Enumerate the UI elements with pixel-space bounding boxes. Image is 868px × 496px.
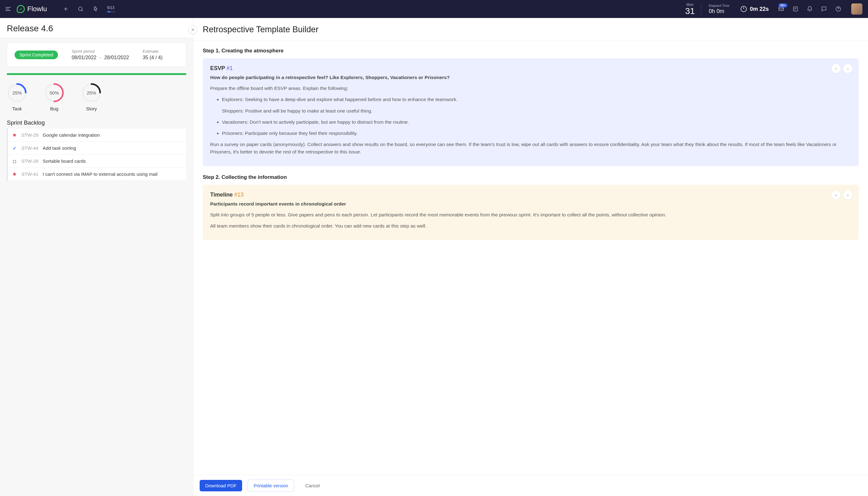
backlog-title: Add task sorting <box>43 145 76 151</box>
bookmark-icon: ◻ <box>12 159 17 164</box>
date-display: Mon 31 <box>685 2 695 16</box>
stopwatch-icon <box>741 6 747 12</box>
chat-icon[interactable] <box>821 6 827 12</box>
ring-pct: 50% <box>50 90 59 95</box>
notes-icon[interactable] <box>792 6 799 12</box>
cancel-button[interactable]: Cancel <box>300 480 326 491</box>
period-value: 08/01/2022–28/01/2022 <box>72 55 129 60</box>
backlog-title: I can't connect via IMAP to external acc… <box>43 171 157 177</box>
progress-label: 5/13 <box>107 5 116 10</box>
timer-value: 0m 22s <box>750 6 769 12</box>
card2-subtitle: Participants record important events in … <box>210 201 851 207</box>
help-icon[interactable] <box>835 6 841 12</box>
status-badge: Sprint Completed <box>15 50 58 59</box>
elapsed-value: 0h 0m <box>709 8 729 15</box>
ring-task: 25% <box>7 82 27 103</box>
ring-label: Task <box>12 106 22 111</box>
card2-p1: Split into groups of 5 people or less. G… <box>210 211 851 219</box>
elapsed-time: Elapsed Time 0h 0m <box>709 4 729 15</box>
prev-template-button[interactable]: ‹ <box>832 190 841 200</box>
svg-point-0 <box>78 7 82 11</box>
step2-title: Step 2. Collecting the information <box>203 174 859 181</box>
card2-hash: #13 <box>234 191 244 198</box>
ring-pct: 25% <box>87 90 96 95</box>
ring-label: Story <box>86 106 97 111</box>
download-pdf-button[interactable]: Download PDF <box>200 480 242 491</box>
card1-outro: Run a survey on paper cards (anonymously… <box>210 141 851 156</box>
avatar[interactable] <box>851 3 863 15</box>
card1-li: Vacationers: Don't want to actively part… <box>222 119 851 126</box>
card1-intro: Prepare the offline board with ESVP area… <box>210 84 851 92</box>
timeline-card: ‹ › Timeline #13 Participants record imp… <box>203 185 859 241</box>
topbar: Flowlu 5/13 Mon 31 Elapsed Time 0h 0m 0m… <box>0 0 868 18</box>
logo[interactable]: Flowlu <box>17 5 47 13</box>
card1-subtitle: How do people participating in a retrosp… <box>210 74 851 81</box>
search-icon[interactable] <box>78 6 84 12</box>
ring-pct: 25% <box>12 90 22 95</box>
backlog-row[interactable]: ✺ STW-41 I can't connect via IMAP to ext… <box>8 168 186 181</box>
release-panel: Release 4.6 Sprint Completed Sprint peri… <box>0 18 193 496</box>
inbox-badge: 99+ <box>778 3 787 7</box>
card1-hash: #1 <box>227 65 233 71</box>
close-icon[interactable]: × <box>188 26 197 34</box>
next-template-button[interactable]: › <box>843 190 852 200</box>
ring-story: 25% <box>81 82 102 103</box>
backlog-id: STW-41 <box>21 171 38 177</box>
esvp-card: ‹ › ESVP #1 How do people participating … <box>203 58 859 166</box>
plus-icon[interactable] <box>63 6 69 12</box>
backlog-id: STW-29 <box>21 133 38 138</box>
backlog-row[interactable]: ◻ STW-26 Sortable board cards <box>8 155 186 168</box>
bug-icon: ✺ <box>12 172 17 177</box>
svg-rect-1 <box>793 7 797 11</box>
menu-icon[interactable] <box>5 7 11 11</box>
page-title: Release 4.6 <box>7 24 186 33</box>
card2-name: Timeline <box>210 191 233 198</box>
card1-li: Prisoners: Participate only because they… <box>222 129 851 137</box>
prev-template-button[interactable]: ‹ <box>832 64 841 73</box>
estimate-value: 35 (4 / 4) <box>143 55 162 60</box>
panel-title: Retrospective Template Builder <box>203 25 859 34</box>
card1-name: ESVP <box>210 65 225 71</box>
ring-row: 25% Task 50% Bug 25% Story <box>0 75 193 114</box>
ring-label: Bug <box>50 106 59 111</box>
next-template-button[interactable]: › <box>843 64 852 73</box>
elapsed-label: Elapsed Time <box>709 4 729 7</box>
card2-p2: All team members show their cards in chr… <box>210 222 851 230</box>
bug-icon: ✺ <box>12 133 17 138</box>
backlog-title: Sprint Backlog <box>0 114 193 129</box>
backlog-id: STW-26 <box>21 158 38 164</box>
onboarding-progress[interactable]: 5/13 <box>107 5 116 12</box>
brand-name: Flowlu <box>27 5 47 13</box>
printable-version-button[interactable]: Printable version <box>248 480 294 492</box>
ring-bug: 50% <box>44 82 64 103</box>
template-builder-panel: × Retrospective Template Builder Step 1.… <box>193 18 868 496</box>
backlog-id: STW-44 <box>21 145 38 151</box>
date-day-number: 31 <box>685 7 695 16</box>
estimate-label: Estimate: <box>143 49 162 53</box>
period-label: Sprint period <box>72 49 129 53</box>
logo-mark-icon <box>17 5 25 13</box>
backlog-list: ✺ STW-29 Google calendar integration✓ ST… <box>7 129 186 181</box>
step1-title: Step 1. Creating the atmosphere <box>203 48 859 54</box>
timer[interactable]: 0m 22s <box>741 6 769 12</box>
backlog-title: Google calendar integration <box>43 133 100 138</box>
check-icon: ✓ <box>12 146 17 151</box>
inbox-icon[interactable]: 99+ <box>778 6 784 12</box>
backlog-title: Sortable board cards <box>43 158 86 164</box>
backlog-row[interactable]: ✓ STW-44 Add task sorting <box>8 142 186 155</box>
pin-icon[interactable] <box>91 5 99 13</box>
card1-li: Explorers: Seeking to have a deep-dive a… <box>222 96 851 114</box>
panel-footer: Download PDF Printable version Cancel <box>193 475 868 496</box>
bell-icon[interactable] <box>807 6 813 12</box>
backlog-row[interactable]: ✺ STW-29 Google calendar integration <box>8 129 186 142</box>
